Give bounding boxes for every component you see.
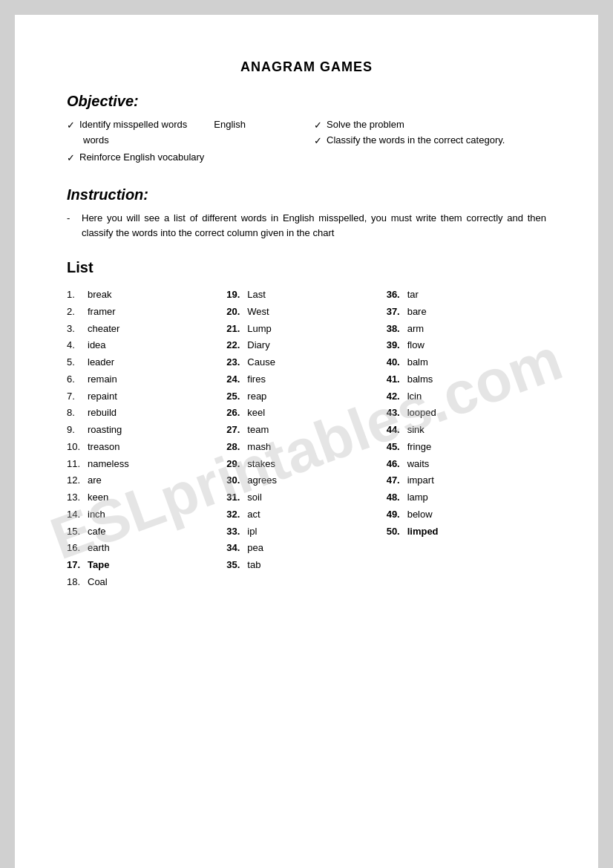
item-word: leader	[88, 354, 114, 371]
list-column-3: 36.tar 37.bare 38.arm 39.flow 40.balm 41…	[387, 287, 546, 591]
item-num: 32.	[226, 506, 244, 523]
item-word: keel	[247, 405, 265, 422]
item-num: 16.	[67, 540, 85, 557]
objective-subtext: words	[83, 133, 299, 148]
item-num: 36.	[387, 287, 404, 304]
objective-item-1: ✓ Identify misspelled words English	[67, 117, 299, 133]
objective-text-4: Classify the words in the correct catego…	[327, 133, 546, 148]
item-num: 14.	[67, 506, 85, 523]
item-num: 34.	[226, 540, 244, 557]
item-num: 42.	[387, 388, 404, 405]
list-item: 28.mash	[226, 439, 378, 456]
list-item: 48.lamp	[387, 489, 539, 506]
list-item: 37.bare	[387, 304, 539, 321]
item-num: 4.	[67, 337, 85, 354]
list-item: 47.impart	[387, 472, 539, 489]
list-item: 19.Last	[226, 287, 378, 304]
list-item: 39.flow	[387, 337, 539, 354]
item-num: 26.	[226, 405, 244, 422]
list-item: 50.limped	[387, 523, 539, 541]
item-num: 38.	[387, 321, 404, 338]
item-num: 1.	[67, 287, 85, 304]
item-word: break	[88, 287, 112, 304]
item-num: 43.	[387, 405, 404, 422]
list-item: 43.looped	[387, 405, 539, 422]
list-item: 14.inch	[67, 506, 219, 523]
list-item: 32.act	[226, 506, 378, 523]
item-word: pea	[247, 540, 263, 557]
list-item: 36.tar	[387, 287, 539, 304]
list-item: 45.fringe	[387, 439, 539, 456]
list-item: 38.arm	[387, 321, 539, 338]
item-num: 31.	[226, 489, 244, 506]
item-num: 33.	[226, 523, 244, 541]
list-columns: 1.break 2.framer 3.cheater 4.idea 5.lead…	[67, 287, 546, 591]
item-num: 11.	[67, 456, 85, 473]
list-item: 26.keel	[226, 405, 378, 422]
item-num: 30.	[226, 472, 244, 489]
item-word: inch	[88, 506, 105, 523]
instruction-text: Here you will see a list of different wo…	[67, 211, 546, 242]
page-title: ANAGRAM GAMES	[67, 59, 546, 75]
item-word: nameless	[88, 456, 129, 473]
list-item: 3.cheater	[67, 321, 219, 338]
item-num: 46.	[387, 456, 404, 473]
list-item: 42.lcin	[387, 388, 539, 405]
item-word: looped	[407, 405, 436, 422]
list-item: 10.treason	[67, 439, 219, 456]
checkmark-icon-2: ✓	[67, 151, 75, 166]
objectives-left: ✓ Identify misspelled words English word…	[67, 117, 299, 166]
list-item: 6.remain	[67, 371, 219, 388]
item-num: 49.	[387, 506, 404, 523]
objective-text-1: Identify misspelled words English	[79, 117, 299, 132]
item-num: 35.	[226, 557, 244, 574]
instruction-section: Instruction: Here you will see a list of…	[67, 186, 546, 242]
item-num: 37.	[387, 304, 404, 321]
list-item: 33.ipl	[226, 523, 378, 541]
list-item: 23.Cause	[226, 354, 378, 371]
item-word: cafe	[88, 523, 106, 541]
item-word: reap	[247, 388, 266, 405]
objective-heading: Objective:	[67, 93, 546, 110]
item-num: 13.	[67, 489, 85, 506]
item-num: 27.	[226, 422, 244, 439]
item-word: impart	[407, 472, 434, 489]
item-num: 45.	[387, 439, 404, 456]
item-num: 40.	[387, 354, 404, 371]
item-num: 23.	[226, 354, 244, 371]
item-num: 24.	[226, 371, 244, 388]
list-item: 18.Coal	[67, 574, 219, 591]
item-num: 5.	[67, 354, 85, 371]
item-word: lamp	[407, 489, 428, 506]
item-word: Diary	[247, 337, 269, 354]
item-num: 10.	[67, 439, 85, 456]
list-item: 16.earth	[67, 540, 219, 557]
item-word: framer	[88, 304, 116, 321]
item-num: 3.	[67, 321, 85, 338]
item-word: keen	[88, 489, 108, 506]
item-word: West	[247, 304, 269, 321]
item-word: sink	[407, 422, 424, 439]
list-item: 41.balms	[387, 371, 539, 388]
item-num: 50.	[387, 523, 404, 541]
list-section: List 1.break 2.framer 3.cheater 4.idea 5…	[67, 259, 546, 591]
item-num: 29.	[226, 456, 244, 473]
item-num: 18.	[67, 574, 85, 591]
list-item: 34.pea	[226, 540, 378, 557]
list-item: 25.reap	[226, 388, 378, 405]
item-word: Tape	[88, 557, 109, 574]
item-num: 21.	[226, 321, 244, 338]
item-num: 20.	[226, 304, 244, 321]
item-num: 17.	[67, 557, 85, 574]
list-item: 5.leader	[67, 354, 219, 371]
objective-item-4: ✓ Classify the words in the correct cate…	[314, 133, 546, 149]
item-num: 9.	[67, 422, 85, 439]
item-word: flow	[407, 337, 424, 354]
item-word: Cause	[247, 354, 275, 371]
objective-item-2: ✓ Reinforce English vocabulary	[67, 150, 299, 166]
list-item: 44.sink	[387, 422, 539, 439]
item-word: stakes	[247, 456, 275, 473]
objective-text-2: Reinforce English vocabulary	[79, 150, 299, 165]
list-item: 30.agrees	[226, 472, 378, 489]
list-item: 4.idea	[67, 337, 219, 354]
